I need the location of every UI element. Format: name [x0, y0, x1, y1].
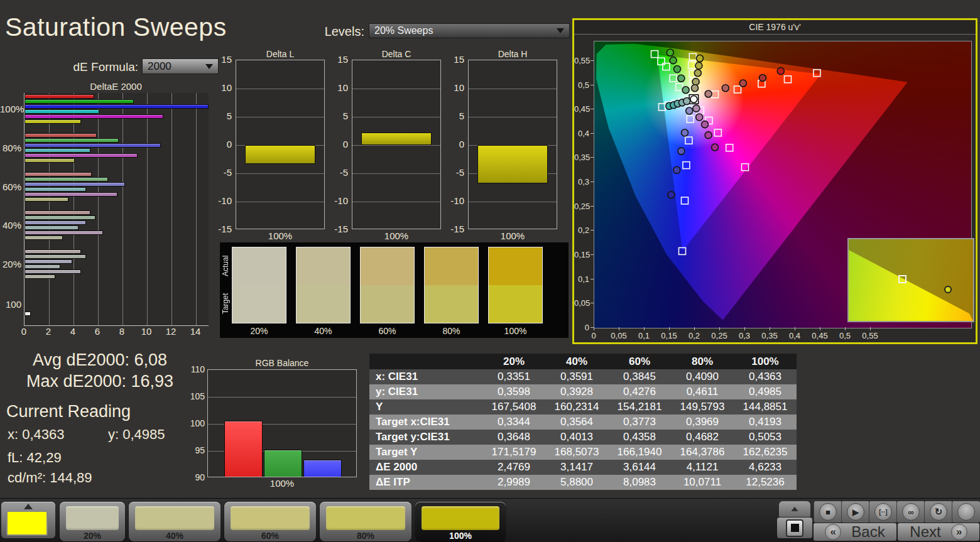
table-row-label: Target Y — [369, 446, 482, 458]
table-row-label: ΔE 2000 — [369, 461, 482, 474]
level-swatch-button-100%[interactable]: 100% — [415, 502, 506, 541]
table-cell: 0,3928 — [545, 386, 608, 398]
table-row: Target Y171,5179168,5073166,1940164,3786… — [369, 445, 797, 460]
table-cell: 0,4611 — [671, 386, 734, 398]
bottom-bar: 20%40%60%80%100% ■▶[··]∞↻ « Back Next » — [0, 498, 980, 542]
cie-target-square — [679, 247, 686, 254]
delta-chart-plot — [236, 60, 325, 229]
level-swatch-chip — [231, 506, 310, 530]
table-cell: 149,5793 — [671, 401, 734, 413]
y-axis-tick-label: 0,45 — [574, 104, 589, 114]
cie-plot — [594, 41, 972, 328]
table-header-row: 20%40%60%80%100% — [369, 354, 797, 369]
x-axis-tick-label: 0,1 — [631, 331, 656, 340]
table-cell: 0,3969 — [671, 416, 734, 428]
table-cell: 144,8851 — [734, 401, 797, 413]
axis-tick — [591, 279, 594, 279]
y-axis-tick-label: 5 — [214, 111, 232, 121]
swatch-target — [297, 285, 350, 323]
axis-tick — [770, 327, 770, 330]
cie-measured-circle — [682, 87, 689, 94]
swatch-strip: Actual Target 20%40%60%80%100% — [220, 242, 569, 338]
stop-button[interactable]: ■ — [814, 501, 842, 523]
x-axis-tick-label: 10 — [139, 327, 154, 337]
y-axis-tick-label: -10 — [214, 196, 232, 205]
table-cell: 0,3845 — [608, 371, 671, 383]
swatch-column-label: 60% — [360, 326, 415, 335]
panel-up-button[interactable] — [779, 501, 810, 517]
swatch-cell — [360, 247, 415, 323]
swatch-target — [425, 285, 478, 323]
table-cell: 0,4363 — [734, 371, 797, 383]
level-swatch-button-80%[interactable]: 80% — [320, 502, 411, 541]
table-row-label: x: CIE31 — [369, 371, 482, 383]
stop-icon: ■ — [819, 503, 837, 521]
cie-measured-circle — [777, 68, 784, 75]
table-cell: 0,3773 — [608, 416, 671, 428]
play-button[interactable]: ▶ — [841, 501, 869, 523]
cie-panel[interactable]: CIE 1976 u'v' 00,050,10,150,20,250,30,35… — [572, 18, 977, 344]
gridline — [352, 89, 440, 89]
y-axis-tick-label: 10 — [330, 83, 348, 92]
table-cell: 2,9989 — [482, 476, 545, 489]
axis-tick — [591, 85, 594, 85]
cie-measured-circle — [696, 114, 703, 121]
deltae-bar — [24, 104, 209, 109]
deltae-group-label: 100 — [0, 300, 21, 310]
table-row-label: ΔE ITP — [369, 476, 482, 489]
swatch-column-label: 100% — [488, 326, 543, 335]
next-button[interactable]: Next » — [898, 523, 979, 541]
deltae-bar — [24, 172, 92, 176]
deltae-bar — [24, 230, 103, 235]
loop-button[interactable]: ∞ — [896, 501, 925, 523]
refresh-button[interactable]: ↻ — [924, 501, 952, 523]
rgb-balance-chart: RGB Balance 1101051009590100% — [185, 354, 368, 492]
cie-measured-circle — [712, 144, 719, 151]
x-axis-tick-label: 0,4 — [782, 331, 807, 340]
deltae-chart: DeltaE 2000 02468101214100%80%60%40%20%1… — [0, 81, 217, 340]
gridline — [49, 93, 50, 325]
level-swatch-chip — [422, 506, 499, 530]
delta-chart-title: Delta H — [468, 49, 557, 59]
cie-measured-circle — [673, 166, 680, 173]
swatch-actual — [489, 247, 542, 285]
step-button[interactable]: [··] — [869, 501, 897, 523]
back-button[interactable]: « Back — [814, 523, 896, 541]
cie-measured-circle — [674, 66, 681, 73]
axis-tick — [591, 254, 594, 255]
level-swatch-label: 20% — [60, 531, 125, 541]
next-arrow-icon: » — [951, 524, 967, 540]
cie-target-square — [689, 62, 695, 68]
y-axis-tick-label: 0 — [330, 139, 348, 149]
y-axis-tick-label: 0,5 — [574, 80, 589, 90]
cie-measured-circle — [678, 148, 685, 154]
table-cell: 0,3564 — [545, 416, 608, 428]
axis-tick — [591, 230, 594, 230]
level-swatch-button-40%[interactable]: 40% — [129, 502, 220, 541]
display-pattern-button[interactable] — [777, 518, 812, 538]
gridline — [208, 397, 356, 398]
x-axis-tick-label: 0,3 — [732, 331, 757, 340]
current-color-panel[interactable] — [1, 502, 55, 538]
swatch-strip-actual-label: Actual — [221, 248, 230, 283]
y-axis-tick-label: 10 — [214, 83, 232, 92]
delta-bar — [477, 145, 548, 183]
deltae-bar — [24, 177, 108, 182]
level-swatch-button-60%[interactable]: 60% — [224, 502, 316, 541]
cie-measured-circle — [695, 62, 702, 69]
levels-dropdown[interactable]: 20% Sweeps — [369, 23, 570, 38]
empty-button[interactable] — [952, 501, 980, 523]
y-axis-tick-label: -5 — [330, 168, 348, 177]
table-row: x: CIE310,33510,35910,38450,40900,4363 — [369, 369, 797, 384]
level-swatch-button-20%[interactable]: 20% — [60, 502, 125, 541]
table-cell: 0,3591 — [545, 371, 608, 383]
rgb-plot-area — [207, 369, 357, 477]
de-formula-dropdown[interactable]: 2000 — [142, 58, 219, 74]
cie-zoom-inset — [847, 238, 974, 322]
deltae-bar — [24, 119, 81, 124]
table-cell: 12,5236 — [734, 476, 797, 489]
cie-measured-circle — [697, 55, 704, 62]
deltae-bar — [24, 269, 81, 274]
deltae-bar — [24, 264, 60, 269]
y-axis-tick-label: 10 — [447, 83, 464, 92]
